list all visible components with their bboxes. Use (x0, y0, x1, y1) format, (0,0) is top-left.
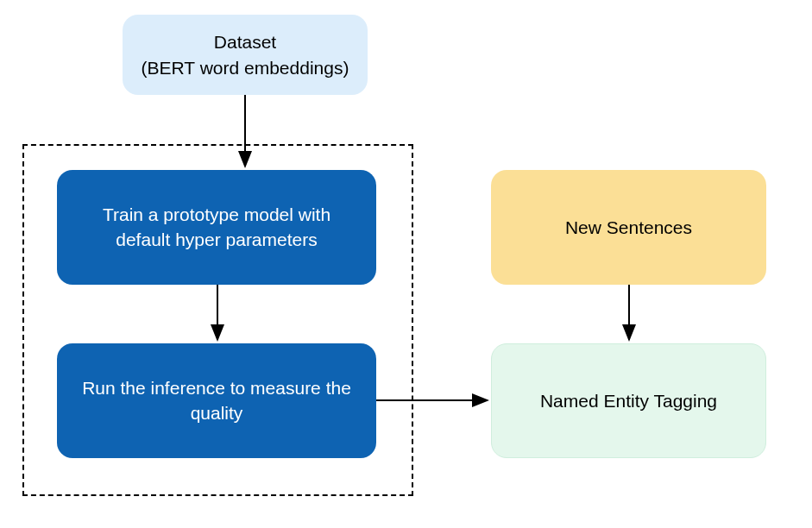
new-sentences-box: New Sentences (491, 170, 766, 285)
inference-box: Run the inference to measure the quality (57, 343, 376, 458)
tagging-label: Named Entity Tagging (540, 391, 717, 412)
train-label: Train a prototype model with default hyp… (74, 203, 359, 252)
tagging-box: Named Entity Tagging (491, 343, 766, 458)
dataset-subtitle: (BERT word embeddings) (142, 58, 349, 78)
train-box: Train a prototype model with default hyp… (57, 170, 376, 285)
dataset-box: Dataset (BERT word embeddings) (123, 15, 368, 95)
dataset-title: Dataset (214, 32, 276, 52)
inference-label: Run the inference to measure the quality (74, 376, 359, 425)
new-sentences-label: New Sentences (565, 217, 692, 238)
